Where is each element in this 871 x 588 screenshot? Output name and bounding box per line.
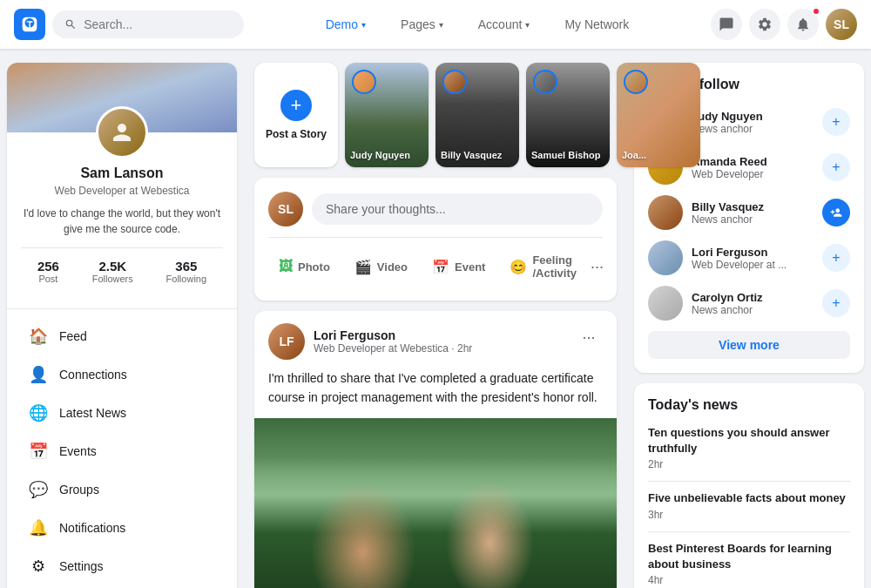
nav-pages[interactable]: Pages ▾ <box>394 14 450 35</box>
sidebar-nav: 🏠 Feed 👤 Connections 🌐 Latest News 📅 Eve… <box>7 308 237 588</box>
follow-item-lori: Lori Ferguson Web Developer at ... + <box>648 240 850 275</box>
navbar-right: SL <box>711 9 857 40</box>
follow-item-carolyn: Carolyn Ortiz News anchor + <box>648 286 850 321</box>
app-logo[interactable] <box>14 9 45 40</box>
follow-button-amanda[interactable]: + <box>822 153 850 181</box>
post-header-left: LF Lori Ferguson Web Developer at Webest… <box>268 323 472 360</box>
post-user-avatar: SL <box>268 192 303 226</box>
follow-button-billy[interactable] <box>822 199 850 226</box>
post-author-info: Lori Ferguson Web Developer at Webestica… <box>314 328 472 355</box>
news-divider <box>648 531 850 532</box>
navbar-center: Demo ▾ Pages ▾ Account ▾ My Network <box>244 14 711 35</box>
news-item-0[interactable]: Ten questions you should answer truthful… <box>648 425 850 470</box>
story-samuel[interactable]: Samuel Bishop <box>526 63 610 167</box>
sidebar-item-latest-news[interactable]: 🌐 Latest News <box>14 395 230 431</box>
events-icon: 📅 <box>28 442 49 461</box>
news-item-1[interactable]: Five unbelievable facts about money 3hr <box>648 490 850 520</box>
post-input-card: SL Share your thoughts... 🖼 Photo 🎬 Vide… <box>254 178 617 301</box>
post-author-name: Lori Ferguson <box>314 328 472 342</box>
follow-button-judy[interactable]: + <box>822 108 850 136</box>
feed-post: LF Lori Ferguson Web Developer at Webest… <box>254 311 617 588</box>
nav-demo[interactable]: Demo ▾ <box>319 14 373 35</box>
post-input-box[interactable]: Share your thoughts... <box>312 193 603 225</box>
post-more-button[interactable]: ··· <box>591 253 604 280</box>
news-item-2[interactable]: Best Pinterest Boards for learning about… <box>648 541 850 586</box>
follow-info: Carolyn Ortiz News anchor <box>692 291 814 316</box>
sidebar-item-feed[interactable]: 🏠 Feed <box>14 318 230 355</box>
add-story-card[interactable]: + Post a Story <box>254 63 338 167</box>
sidebar-item-events[interactable]: 📅 Events <box>14 433 230 470</box>
post-menu-button[interactable]: ··· <box>575 323 603 351</box>
profile-avatar-wrap <box>7 106 237 159</box>
user-avatar[interactable]: SL <box>826 9 857 40</box>
sidebar-item-label: Events <box>59 444 97 458</box>
nav-network[interactable]: My Network <box>557 14 636 35</box>
follow-button-lori[interactable]: + <box>822 244 850 272</box>
add-story-icon: + <box>280 90 312 121</box>
post-timestamp: 2hr <box>457 342 472 355</box>
follow-avatar-lori <box>648 240 683 275</box>
left-sidebar: Sam Lanson Web Developer at Webestica I'… <box>0 49 244 588</box>
stories-row: + Post a Story Judy Nguyen Billy Vasquez… <box>254 63 617 167</box>
settings-button[interactable] <box>749 9 780 40</box>
chevron-down-icon: ▾ <box>525 20 530 30</box>
story-judy[interactable]: Judy Nguyen <box>345 63 429 167</box>
groups-icon: 💬 <box>28 480 49 499</box>
sidebar-item-label: Notifications <box>59 521 125 535</box>
follow-avatar-billy <box>648 195 683 230</box>
chevron-down-icon: ▾ <box>439 20 443 30</box>
bell-icon: 🔔 <box>28 518 49 537</box>
follow-button-carolyn[interactable]: + <box>822 289 850 317</box>
story-name: Joa... <box>622 150 695 160</box>
view-more-button[interactable]: View more <box>648 331 850 359</box>
chat-button[interactable] <box>711 9 742 40</box>
sidebar-item-label: Feed <box>59 329 87 343</box>
home-icon: 🏠 <box>28 327 49 346</box>
story-jo[interactable]: Joa... <box>617 63 700 167</box>
feeling-icon: 😊 <box>510 259 527 275</box>
follow-info: Judy Nguyen News anchor <box>692 110 814 135</box>
post-text: I'm thrilled to share that I've complete… <box>254 368 617 418</box>
stat-followers: 2.5K Followers <box>92 259 133 284</box>
follow-avatar-carolyn <box>648 286 683 321</box>
story-name: Samuel Bishop <box>531 150 604 160</box>
follow-info: Lori Ferguson Web Developer at ... <box>692 246 814 271</box>
sidebar-item-connections[interactable]: 👤 Connections <box>14 356 230 393</box>
profile-card: Sam Lanson Web Developer at Webestica I'… <box>7 63 237 588</box>
follow-info: Billy Vasquez News anchor <box>692 200 814 226</box>
sidebar-item-settings[interactable]: ⚙ Settings <box>14 548 230 585</box>
post-header: LF Lori Ferguson Web Developer at Webest… <box>254 311 617 368</box>
search-bar[interactable] <box>52 10 244 38</box>
post-feeling-button[interactable]: 😊 Feeling /Activity <box>499 247 587 287</box>
nav-account[interactable]: Account ▾ <box>471 14 537 35</box>
profile-bio: I'd love to change the world, but they w… <box>21 206 223 237</box>
post-video-button[interactable]: 🎬 Video <box>344 252 418 282</box>
post-author-avatar: LF <box>268 323 305 360</box>
post-photo-button[interactable]: 🖼 Photo <box>268 252 341 281</box>
notification-badge <box>812 7 820 16</box>
follow-info: Amanda Reed Web Developer <box>692 155 814 180</box>
gear-icon: ⚙ <box>28 557 49 576</box>
video-icon: 🎬 <box>354 259 372 275</box>
post-actions: 🖼 Photo 🎬 Video 📅 Event 😊 Feeling /Activ… <box>268 237 603 287</box>
story-avatar <box>533 70 557 94</box>
sidebar-item-label: Settings <box>59 559 104 573</box>
sidebar-item-notifications[interactable]: 🔔 Notifications <box>14 510 230 546</box>
story-name: Judy Nguyen <box>350 150 423 160</box>
stat-post: 256 Post <box>37 259 59 284</box>
add-story-label: Post a Story <box>266 128 327 140</box>
sidebar-item-label: Connections <box>59 368 127 382</box>
post-author-meta: Web Developer at Webestica · 2hr <box>314 342 472 355</box>
profile-avatar[interactable] <box>96 106 148 159</box>
profile-info: Sam Lanson Web Developer at Webestica I'… <box>7 159 237 308</box>
story-billy[interactable]: Billy Vasquez <box>436 63 519 167</box>
event-icon: 📅 <box>432 259 449 275</box>
profile-stats: 256 Post 2.5K Followers 365 Following <box>21 247 223 284</box>
post-image <box>254 418 617 588</box>
notifications-button[interactable] <box>787 9 819 40</box>
sidebar-item-groups[interactable]: 💬 Groups <box>14 471 230 508</box>
story-avatar <box>442 70 467 94</box>
post-event-button[interactable]: 📅 Event <box>422 252 496 282</box>
post-input-row: SL Share your thoughts... <box>268 192 603 226</box>
search-input[interactable] <box>84 17 232 31</box>
